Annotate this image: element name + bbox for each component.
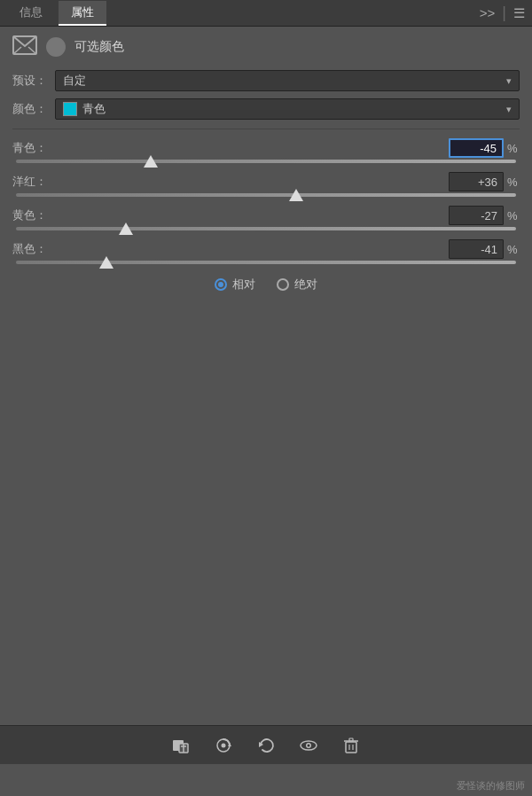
expand-icon[interactable]: >> xyxy=(480,5,496,20)
black-pct: % xyxy=(507,243,520,256)
cyan-input-group: % xyxy=(449,138,520,158)
svg-line-1 xyxy=(13,47,21,54)
yellow-input[interactable] xyxy=(449,206,504,225)
radio-relative-label: 相对 xyxy=(232,277,255,293)
black-track-container xyxy=(12,261,520,264)
panel-header: 可选颜色 xyxy=(12,35,520,58)
magenta-input[interactable] xyxy=(449,172,504,191)
yellow-track-container xyxy=(12,227,520,230)
svg-rect-16 xyxy=(349,738,353,741)
add-mask-icon xyxy=(171,736,191,755)
delete-icon xyxy=(341,736,361,755)
radio-relative-circle xyxy=(215,278,227,291)
preset-chevron: ▾ xyxy=(506,75,512,87)
eye-button[interactable] xyxy=(295,732,322,759)
color-swatch xyxy=(63,102,77,116)
tab-bar: 信息 属性 >> | ☰ xyxy=(0,0,532,27)
undo-icon xyxy=(256,736,276,755)
black-section: 黑色： % xyxy=(12,239,520,264)
cyan-track[interactable] xyxy=(16,160,516,163)
cyan-row: 青色： % xyxy=(12,138,520,158)
svg-rect-14 xyxy=(346,742,356,753)
menu-icon[interactable]: ☰ xyxy=(513,5,525,21)
magenta-track[interactable] xyxy=(16,193,516,197)
magenta-section: 洋红： % xyxy=(12,172,520,197)
radio-absolute[interactable]: 绝对 xyxy=(277,277,317,293)
cyan-section: 青色： % xyxy=(12,138,520,163)
cyan-track-container xyxy=(12,160,520,163)
color-value: 青色 xyxy=(82,101,106,117)
yellow-input-group: % xyxy=(449,206,520,225)
svg-point-9 xyxy=(222,743,226,747)
radio-relative[interactable]: 相对 xyxy=(215,277,255,293)
add-mask-button[interactable] xyxy=(168,732,194,759)
undo-button[interactable] xyxy=(253,732,279,759)
divider-1 xyxy=(12,129,520,129)
color-chevron: ▾ xyxy=(506,104,512,115)
separator: | xyxy=(502,4,506,22)
cyan-pct: % xyxy=(507,142,520,155)
preset-label: 预设： xyxy=(12,73,50,89)
yellow-label: 黄色： xyxy=(12,207,50,223)
cyan-input[interactable] xyxy=(449,138,504,158)
color-row: 颜色： 青色 ▾ xyxy=(12,98,520,120)
black-thumb[interactable] xyxy=(99,256,113,269)
yellow-thumb[interactable] xyxy=(119,222,133,235)
radio-relative-dot xyxy=(218,282,223,287)
preset-row: 预设： 自定 ▾ xyxy=(12,70,520,91)
visibility-cycle-button[interactable] xyxy=(210,732,237,759)
radio-absolute-circle xyxy=(277,278,289,291)
tab-properties[interactable]: 属性 xyxy=(59,1,106,26)
color-dropdown[interactable]: 青色 ▾ xyxy=(55,98,520,120)
yellow-pct: % xyxy=(507,209,520,222)
delete-button[interactable] xyxy=(338,732,364,759)
yellow-section: 黄色： % xyxy=(12,206,520,230)
layer-mask-icon xyxy=(46,37,66,57)
main-panel: 可选颜色 预设： 自定 ▾ 颜色： 青色 ▾ 青色： % xyxy=(0,27,532,301)
svg-line-2 xyxy=(28,47,36,54)
black-input-group: % xyxy=(449,239,520,259)
tab-info[interactable]: 信息 xyxy=(7,1,55,26)
cyan-thumb[interactable] xyxy=(144,155,158,168)
radio-absolute-label: 绝对 xyxy=(294,277,317,293)
magenta-input-group: % xyxy=(449,172,520,191)
radio-row: 相对 绝对 xyxy=(12,277,520,293)
magenta-thumb[interactable] xyxy=(289,189,303,201)
magenta-pct: % xyxy=(507,176,520,189)
visibility-cycle-icon xyxy=(214,736,233,755)
preset-dropdown[interactable]: 自定 ▾ xyxy=(55,70,520,91)
footer-watermark: 爱怪谈的修图师 xyxy=(457,779,525,792)
yellow-row: 黄色： % xyxy=(12,206,520,225)
eye-icon xyxy=(299,736,318,755)
black-input[interactable] xyxy=(449,239,504,259)
tab-actions: >> | ☰ xyxy=(480,4,525,22)
color-label: 颜色： xyxy=(12,101,50,117)
magenta-track-container xyxy=(12,193,520,197)
panel-title: 可选颜色 xyxy=(74,39,124,55)
bottom-toolbar xyxy=(0,725,532,764)
black-row: 黑色： % xyxy=(12,239,520,259)
preset-value: 自定 xyxy=(63,73,86,89)
yellow-track[interactable] xyxy=(16,227,516,230)
watermark-text: 爱怪谈的修图师 xyxy=(457,780,525,791)
black-track[interactable] xyxy=(16,261,516,264)
magenta-row: 洋红： % xyxy=(12,172,520,191)
envelope-icon xyxy=(12,35,37,58)
svg-point-13 xyxy=(308,744,310,746)
cyan-label: 青色： xyxy=(12,140,50,156)
magenta-label: 洋红： xyxy=(12,174,50,190)
black-label: 黑色： xyxy=(12,241,50,257)
